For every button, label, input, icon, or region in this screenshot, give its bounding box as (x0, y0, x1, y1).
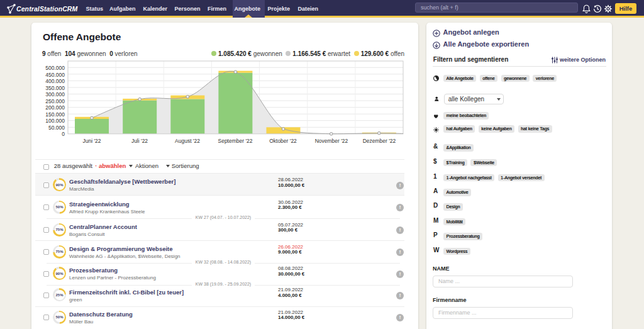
svg-text:0: 0 (62, 131, 65, 137)
svg-text:100.000: 100.000 (45, 118, 65, 124)
svg-text:August '22: August '22 (175, 138, 200, 144)
svg-text:Dezember '22: Dezember '22 (363, 138, 396, 144)
svg-text:500.000: 500.000 (45, 65, 65, 71)
svg-text:300.000: 300.000 (45, 91, 65, 98)
svg-text:September '22: September '22 (218, 138, 252, 144)
svg-text:Juli '22: Juli '22 (131, 138, 148, 144)
svg-text:250.000: 250.000 (45, 98, 65, 104)
svg-text:50.000: 50.000 (48, 125, 65, 131)
svg-text:150.000: 150.000 (45, 111, 65, 118)
svg-text:400.000: 400.000 (45, 78, 65, 84)
svg-text:November '22: November '22 (315, 138, 348, 144)
svg-text:Juni '22: Juni '22 (82, 138, 101, 144)
svg-text:350.000: 350.000 (45, 85, 65, 91)
svg-text:Oktober '22: Oktober '22 (269, 138, 297, 144)
svg-text:200.000: 200.000 (45, 104, 65, 111)
svg-text:450.000: 450.000 (45, 72, 65, 78)
